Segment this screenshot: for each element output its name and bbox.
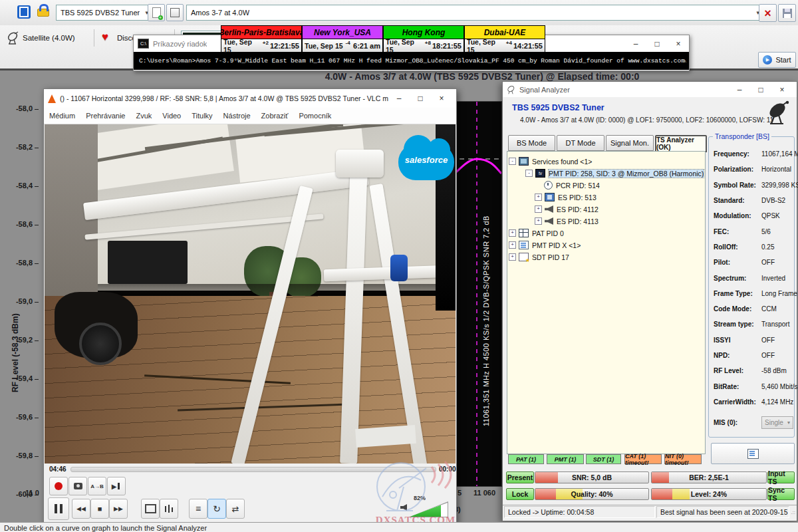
- audio-stream-icon: [545, 205, 553, 213]
- feed-select[interactable]: Amos 3-7 at 4.0W▾: [186, 5, 764, 21]
- menu-playback[interactable]: Prehrávanie: [86, 112, 125, 120]
- field-label: Frequency:: [714, 150, 761, 158]
- mis-value: Single: [765, 419, 783, 426]
- delete-feed-button[interactable]: ×: [759, 4, 777, 22]
- clock-time: 14:21:55: [513, 42, 543, 50]
- cmd-title: Príkazový riadok: [153, 40, 207, 48]
- save-button[interactable]: [778, 4, 796, 22]
- minimize-button[interactable]: –: [729, 85, 750, 94]
- field-value: OFF: [761, 259, 775, 266]
- field-label: Frame Type:: [714, 290, 761, 297]
- equalizer-button[interactable]: [160, 499, 178, 519]
- tree-item-pmt-x[interactable]: + PMT PID X <1>: [509, 240, 581, 250]
- edit-feed-button[interactable]: [166, 4, 184, 21]
- scene-wheel: [79, 323, 122, 365]
- menu-help[interactable]: Pomocník: [299, 112, 331, 120]
- analyzer-action-button[interactable]: [711, 443, 795, 464]
- tree-expander[interactable]: -: [525, 170, 533, 177]
- field-label: CarrierWidth:: [714, 398, 761, 406]
- tree-item-es-audio[interactable]: + ES PID: 4112: [535, 204, 598, 214]
- field-value: 5/6: [761, 228, 771, 235]
- tree-expander[interactable]: +: [535, 217, 542, 225]
- field-value: 5,460 Mbit/s: [761, 383, 797, 390]
- analyzer-titlebar[interactable]: Signal Analyzer – □ ×: [503, 82, 797, 97]
- minimize-button[interactable]: –: [388, 94, 410, 103]
- playlist-button[interactable]: ≡: [189, 499, 207, 519]
- cmd-scrollbar[interactable]: ^v: [681, 52, 689, 70]
- start-button[interactable]: ▶ Start: [758, 52, 796, 68]
- vlc-titlebar[interactable]: () - 11067 Horizontal 3299,998 / RF: -58…: [44, 89, 456, 108]
- menu-view[interactable]: Zobraziť: [261, 112, 289, 120]
- camera-icon: [74, 483, 82, 489]
- badge-cat-timeout: CAT (1) timeout!: [624, 454, 662, 464]
- stop-button[interactable]: ■: [90, 499, 109, 519]
- tuner-select[interactable]: TBS 5925 DVBS2 Tuner▾: [56, 5, 153, 21]
- tree-item-pat[interactable]: + PAT PID 0: [509, 228, 564, 238]
- tree-expander[interactable]: +: [509, 241, 516, 249]
- frame-step-button[interactable]: ▶: [107, 477, 126, 495]
- menu-tools[interactable]: Nástroje: [223, 112, 251, 120]
- menu-video[interactable]: Video: [162, 112, 181, 120]
- tree-expander[interactable]: +: [509, 229, 516, 237]
- app-icon[interactable]: [17, 5, 31, 19]
- field-value: -58 dBm: [761, 367, 787, 374]
- tree-item-sdt[interactable]: + SDT PID 17: [509, 252, 569, 262]
- close-button[interactable]: ×: [771, 85, 793, 94]
- tree-expander[interactable]: +: [509, 253, 516, 261]
- webcam-video[interactable]: salesforce: [45, 124, 456, 464]
- badge-nit-timeout: NIT (0) timeout!: [664, 454, 702, 464]
- record-button[interactable]: [49, 477, 68, 495]
- resize-grip[interactable]: .::: [791, 509, 795, 515]
- maximize-button[interactable]: □: [646, 39, 668, 49]
- menu-medium[interactable]: Médium: [49, 112, 75, 120]
- y-tick: -58,6: [15, 220, 39, 228]
- satellite-dish-icon: [767, 100, 791, 126]
- vlc-seek-bar[interactable]: [70, 467, 436, 472]
- lock-icon[interactable]: [37, 9, 49, 17]
- floppy-icon: [783, 9, 792, 18]
- snapshot-button[interactable]: [68, 477, 87, 495]
- maximize-button[interactable]: □: [410, 94, 431, 103]
- cmd-output[interactable]: C:\Users\Roman>Amos 7-3.9°W_Middle East …: [134, 52, 689, 70]
- tree-expander[interactable]: +: [535, 194, 542, 201]
- menu-subtitles[interactable]: Titulky: [192, 112, 212, 120]
- tab-signal-mon[interactable]: Signal Mon.: [606, 135, 654, 151]
- mis-select[interactable]: Single▾: [761, 416, 793, 429]
- close-button[interactable]: ×: [431, 94, 452, 103]
- tree-label: PMT PID X <1>: [532, 241, 581, 249]
- ab-loop-button[interactable]: A→B: [88, 477, 106, 495]
- tab-ts-analyzer[interactable]: TS Analyzer (OK): [655, 135, 707, 152]
- minimize-button[interactable]: –: [625, 39, 646, 49]
- next-button[interactable]: ▶▶: [109, 499, 128, 519]
- field-label: Polarization:: [714, 166, 761, 173]
- field-value: CCM: [761, 305, 777, 313]
- field-label: RF Level:: [714, 367, 761, 374]
- tree-item-pmt-service[interactable]: - tv PMT PID: 258, SID: 3 @ Mizmor_OB8 (…: [525, 168, 704, 178]
- new-feed-button[interactable]: +: [148, 4, 165, 21]
- close-button[interactable]: ×: [668, 39, 689, 49]
- fullscreen-button[interactable]: [141, 499, 160, 519]
- tree-item-pcr[interactable]: PCR PID: 514: [544, 180, 600, 190]
- shuffle-button[interactable]: ⇄: [226, 499, 245, 519]
- tree-item-services[interactable]: - Services found <1>: [509, 156, 592, 166]
- tree-item-es-video[interactable]: + ES PID: 513: [535, 192, 597, 202]
- sync-ts-indicator: Sync TS: [767, 488, 795, 500]
- maximize-button[interactable]: □: [750, 85, 771, 94]
- tree-expander[interactable]: -: [509, 158, 516, 165]
- satellite-button[interactable]: Satellite (4.0W): [23, 34, 75, 42]
- menu-audio[interactable]: Zvuk: [136, 112, 152, 120]
- transponder-row: Polarization:Horizontal: [709, 162, 794, 177]
- tab-dt-mode[interactable]: DT Mode: [557, 135, 604, 151]
- volume-slider[interactable]: [408, 501, 448, 517]
- badge-label: CAT (1) timeout!: [625, 453, 661, 466]
- pause-button[interactable]: [48, 497, 69, 520]
- tree-item-es-audio[interactable]: + ES PID: 4113: [535, 216, 598, 226]
- tree-expander[interactable]: +: [535, 205, 542, 213]
- edit-icon: [170, 8, 180, 17]
- loop-button[interactable]: ↻: [207, 499, 226, 519]
- transponder-row: ISSYIOFF: [709, 332, 794, 348]
- tab-bs-mode[interactable]: BS Mode: [508, 135, 555, 151]
- field-label: NPD:: [714, 352, 761, 359]
- previous-button[interactable]: ◀◀: [72, 499, 90, 519]
- snr-bar: SNR: 5,0 dB: [535, 471, 649, 483]
